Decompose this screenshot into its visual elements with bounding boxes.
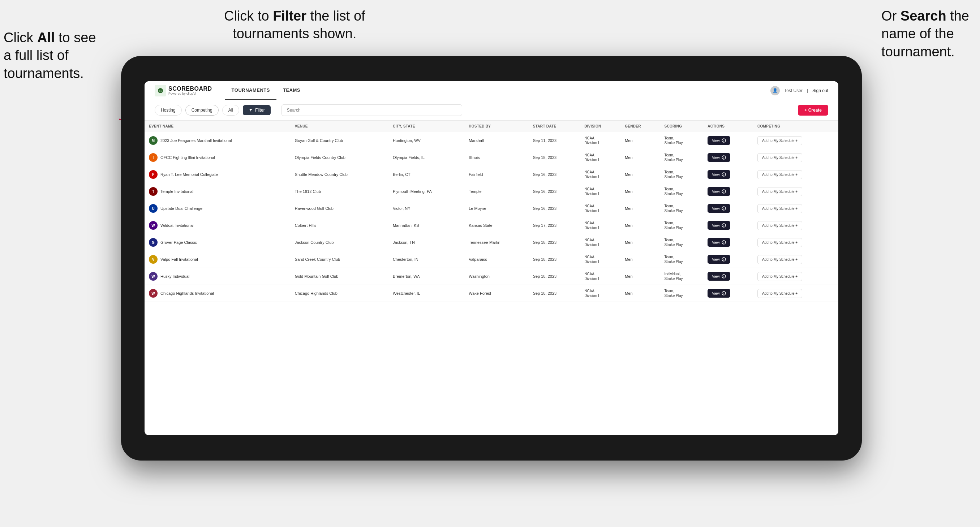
competing-cell: Add to My Schedule +: [753, 132, 838, 149]
event-name: Valpo Fall Invitational: [161, 257, 198, 262]
all-tab[interactable]: All: [222, 105, 239, 116]
actions-cell: View i: [703, 285, 753, 302]
division-cell: NCAADivision I: [580, 217, 620, 234]
start-date-cell: Sep 16, 2023: [529, 200, 580, 217]
city-state-cell: Olympia Fields, IL: [388, 149, 465, 166]
view-button[interactable]: View i: [708, 238, 730, 247]
venue-cell: Colbert Hills: [291, 217, 388, 234]
start-date-cell: Sep 18, 2023: [529, 285, 580, 302]
nav-tournaments[interactable]: TOURNAMENTS: [225, 81, 277, 100]
col-event-name: EVENT NAME: [145, 121, 291, 132]
all-annotation: Click All to seea full list oftournament…: [3, 29, 96, 83]
add-to-schedule-button[interactable]: Add to My Schedule +: [757, 153, 802, 162]
filter-bar: Hosting Competing All Filter + Create: [145, 100, 838, 121]
gender-cell: Men: [620, 251, 660, 268]
top-nav: S SCOREBOARD Powered by clipp'd TOURNAME…: [145, 81, 838, 100]
tablet-screen: S SCOREBOARD Powered by clipp'd TOURNAME…: [145, 81, 838, 435]
venue-cell: The 1912 Club: [291, 183, 388, 200]
event-name: Upstate Dual Challenge: [161, 206, 202, 211]
event-name: OFCC Fighting Illini Invitational: [161, 155, 215, 160]
view-button[interactable]: View i: [708, 153, 730, 162]
hosted-by-cell: Le Moyne: [465, 200, 529, 217]
tournaments-table: EVENT NAME VENUE CITY, STATE HOSTED BY S…: [145, 121, 838, 302]
user-name: Test User: [784, 88, 803, 93]
competing-cell: Add to My Schedule +: [753, 183, 838, 200]
col-gender: GENDER: [620, 121, 660, 132]
view-button[interactable]: View i: [708, 272, 730, 281]
hosted-by-cell: Temple: [465, 183, 529, 200]
add-to-schedule-button[interactable]: Add to My Schedule +: [757, 255, 802, 264]
create-button[interactable]: + Create: [798, 105, 828, 116]
table-row: W Chicago Highlands Invitational Chicago…: [145, 285, 838, 302]
scoring-cell: Team,Stroke Play: [660, 285, 703, 302]
view-button[interactable]: View i: [708, 255, 730, 264]
filter-annotation: Click to Filter the list oftournaments s…: [224, 7, 365, 43]
svg-text:i: i: [724, 173, 724, 177]
city-state-cell: Huntington, WV: [388, 132, 465, 149]
event-name-cell: V Valpo Fall Invitational: [145, 251, 291, 268]
competing-tab[interactable]: Competing: [185, 105, 219, 116]
add-to-schedule-button[interactable]: Add to My Schedule +: [757, 187, 802, 196]
event-name-cell: W Chicago Highlands Invitational: [145, 285, 291, 302]
actions-cell: View i: [703, 132, 753, 149]
search-annotation: Or Search thename of thetournament.: [881, 7, 969, 61]
sign-out-link[interactable]: Sign out: [812, 88, 828, 93]
competing-cell: Add to My Schedule +: [753, 285, 838, 302]
view-button[interactable]: View i: [708, 221, 730, 230]
filter-button[interactable]: Filter: [243, 105, 270, 115]
event-name: Chicago Highlands Invitational: [161, 291, 214, 295]
hosted-by-cell: Tennessee-Martin: [465, 234, 529, 251]
add-to-schedule-button[interactable]: Add to My Schedule +: [757, 289, 802, 298]
add-to-schedule-button[interactable]: Add to My Schedule +: [757, 136, 802, 145]
gender-cell: Men: [620, 234, 660, 251]
team-logo: M: [149, 136, 158, 145]
scoring-cell: Team,Stroke Play: [660, 234, 703, 251]
actions-cell: View i: [703, 166, 753, 183]
view-button[interactable]: View i: [708, 187, 730, 196]
view-button[interactable]: View i: [708, 136, 730, 145]
division-cell: NCAADivision I: [580, 149, 620, 166]
gender-cell: Men: [620, 217, 660, 234]
add-to-schedule-button[interactable]: Add to My Schedule +: [757, 204, 802, 213]
team-logo: U: [149, 204, 158, 213]
search-box: [282, 105, 462, 116]
svg-text:i: i: [724, 190, 724, 194]
team-logo: W: [149, 289, 158, 298]
search-input[interactable]: [282, 105, 462, 116]
user-icon: 👤: [770, 86, 780, 95]
table-row: W Husky Individual Gold Mountain Golf Cl…: [145, 268, 838, 285]
team-logo: F: [149, 170, 158, 179]
hosting-tab[interactable]: Hosting: [155, 105, 182, 116]
add-to-schedule-button[interactable]: Add to My Schedule +: [757, 221, 802, 230]
division-cell: NCAADivision I: [580, 166, 620, 183]
col-venue: VENUE: [291, 121, 388, 132]
scoring-cell: Team,Stroke Play: [660, 200, 703, 217]
table-row: I OFCC Fighting Illini Invitational Olym…: [145, 149, 838, 166]
table-row: M 2023 Joe Feaganes Marshall Invitationa…: [145, 132, 838, 149]
gender-cell: Men: [620, 149, 660, 166]
city-state-cell: Manhattan, KS: [388, 217, 465, 234]
col-start-date: START DATE: [529, 121, 580, 132]
add-to-schedule-button[interactable]: Add to My Schedule +: [757, 170, 802, 179]
view-button[interactable]: View i: [708, 289, 730, 298]
scoring-cell: Team,Stroke Play: [660, 183, 703, 200]
event-name: Husky Individual: [161, 274, 189, 278]
col-division: DIVISION: [580, 121, 620, 132]
city-state-cell: Chesterton, IN: [388, 251, 465, 268]
add-to-schedule-button[interactable]: Add to My Schedule +: [757, 272, 802, 281]
nav-teams[interactable]: TEAMS: [277, 81, 307, 100]
add-to-schedule-button[interactable]: Add to My Schedule +: [757, 238, 802, 247]
view-button[interactable]: View i: [708, 170, 730, 179]
actions-cell: View i: [703, 200, 753, 217]
start-date-cell: Sep 16, 2023: [529, 183, 580, 200]
table-row: T Temple Invitational The 1912 ClubPlymo…: [145, 183, 838, 200]
logo-sub: Powered by clipp'd: [169, 92, 212, 95]
venue-cell: Ravenwood Golf Club: [291, 200, 388, 217]
view-button[interactable]: View i: [708, 204, 730, 213]
table-row: W Wildcat Invitational Colbert HillsManh…: [145, 217, 838, 234]
team-logo: W: [149, 221, 158, 230]
tournaments-table-container: EVENT NAME VENUE CITY, STATE HOSTED BY S…: [145, 121, 838, 435]
scoring-cell: Individual,Stroke Play: [660, 268, 703, 285]
city-state-cell: Jackson, TN: [388, 234, 465, 251]
event-name-cell: W Wildcat Invitational: [145, 217, 291, 234]
